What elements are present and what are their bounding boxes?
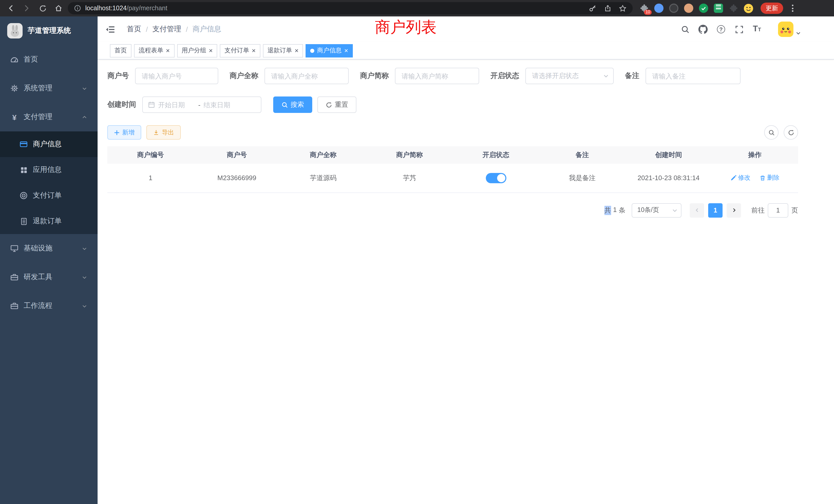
breadcrumb-home[interactable]: 首页 xyxy=(127,25,141,34)
password-key-icon[interactable] xyxy=(589,4,597,12)
tab-merchant-info[interactable]: 商户信息 × xyxy=(306,44,353,57)
tab-home[interactable]: 首页 xyxy=(110,44,131,57)
export-button[interactable]: 导出 xyxy=(146,125,181,140)
sidebar-item-pay-order[interactable]: 支付订单 xyxy=(0,183,97,208)
gear-icon xyxy=(10,84,19,92)
sidebar-item-label: 商户信息 xyxy=(33,140,62,149)
tab-label: 支付订单 xyxy=(224,46,249,55)
tab-user-group[interactable]: 用户分组 × xyxy=(177,44,217,57)
search-button[interactable]: 搜索 xyxy=(273,96,312,113)
chevron-down-icon xyxy=(795,30,801,36)
app-title: 芋道管理系统 xyxy=(28,26,71,36)
sidebar-item-workflow[interactable]: 工作流程 xyxy=(0,292,97,320)
extension-smiley-icon[interactable] xyxy=(743,3,754,14)
delete-link-label: 删除 xyxy=(767,174,780,182)
address-bar[interactable]: localhost:1024/pay/merchant xyxy=(68,2,633,14)
browser-update-button[interactable]: 更新 xyxy=(761,3,783,14)
sidebar-item-app-info[interactable]: 应用信息 xyxy=(0,157,97,183)
sidebar-item-refund-order[interactable]: 退款订单 xyxy=(0,208,97,234)
col-full-name: 商户全称 xyxy=(280,146,367,164)
page-1-button[interactable]: 1 xyxy=(708,203,723,217)
extension-dark-icon[interactable] xyxy=(668,3,679,14)
sidebar-item-dev-tools[interactable]: 研发工具 xyxy=(0,263,97,292)
url-host: localhost:1024 xyxy=(85,5,127,12)
home-icon[interactable] xyxy=(52,2,65,15)
refresh-button[interactable] xyxy=(784,125,798,140)
create-time-range[interactable]: - xyxy=(142,96,261,113)
avatar[interactable] xyxy=(778,22,793,37)
page-size-select[interactable]: 10条/页 xyxy=(632,203,681,217)
merchant-no-input[interactable] xyxy=(135,68,218,84)
sidebar-item-system[interactable]: 系统管理 xyxy=(0,74,97,102)
end-date-input[interactable] xyxy=(204,101,241,109)
sidebar-item-merchant-info[interactable]: 商户信息 xyxy=(0,131,97,157)
page-size-value: 10条/页 xyxy=(637,206,659,214)
extension-blue-icon[interactable] xyxy=(653,3,664,14)
app-logo[interactable]: 芋道管理系统 xyxy=(0,17,97,45)
extension-avatar-icon[interactable] xyxy=(683,3,694,14)
sidebar-item-infrastructure[interactable]: 基础设施 xyxy=(0,234,97,263)
reset-button[interactable]: 重置 xyxy=(317,96,356,113)
github-icon[interactable] xyxy=(698,24,708,35)
status-toggle[interactable] xyxy=(486,173,506,183)
sidebar-item-label: 工作流程 xyxy=(24,301,52,311)
status-select[interactable]: 请选择开启状态 xyxy=(525,68,614,84)
browser-menu-icon[interactable] xyxy=(788,5,797,12)
sidebar-item-label: 支付订单 xyxy=(33,191,62,200)
sidebar-item-label: 研发工具 xyxy=(24,273,52,282)
extensions-puzzle-icon[interactable]: 10 xyxy=(638,3,650,14)
start-date-input[interactable] xyxy=(158,101,195,109)
breadcrumb-separator: / xyxy=(186,25,188,33)
extension-green-doc-icon[interactable] xyxy=(713,3,724,14)
close-icon[interactable]: × xyxy=(209,47,213,54)
bookmark-star-icon[interactable] xyxy=(619,4,627,12)
site-info-icon[interactable] xyxy=(74,5,81,12)
total-prefix: 共 xyxy=(605,206,611,215)
close-icon[interactable]: × xyxy=(251,47,256,54)
search-icon[interactable] xyxy=(680,24,690,35)
sidebar-item-label: 支付管理 xyxy=(24,112,52,122)
remark-input[interactable] xyxy=(645,68,741,84)
status-label: 开启状态 xyxy=(490,71,519,81)
next-page-button[interactable] xyxy=(727,203,741,217)
prev-page-button[interactable] xyxy=(690,203,704,217)
user-menu[interactable] xyxy=(778,22,801,37)
extension-green-circle-icon[interactable] xyxy=(698,3,709,14)
pagination: 共 1 条 10条/页 1 xyxy=(107,203,798,217)
close-icon[interactable]: × xyxy=(295,47,299,54)
goto-page-input[interactable] xyxy=(768,203,788,217)
add-button[interactable]: 新增 xyxy=(107,125,141,140)
full-name-input[interactable] xyxy=(264,68,349,84)
reload-icon[interactable] xyxy=(36,2,49,15)
cell-status xyxy=(453,164,539,192)
cell-full-name: 芋道源码 xyxy=(280,164,367,192)
edit-link[interactable]: 修改 xyxy=(730,174,750,182)
close-icon[interactable]: × xyxy=(344,47,348,54)
tab-refund-order[interactable]: 退款订单 × xyxy=(263,44,303,57)
share-icon[interactable] xyxy=(604,4,612,12)
close-icon[interactable]: × xyxy=(166,47,170,54)
toggle-search-button[interactable] xyxy=(764,125,778,140)
tab-label: 商户信息 xyxy=(317,46,342,55)
forward-icon[interactable] xyxy=(20,2,34,15)
sidebar-item-payment[interactable]: ¥ 支付管理 xyxy=(0,102,97,131)
hamburger-icon[interactable] xyxy=(105,24,115,35)
chevron-up-icon xyxy=(82,114,87,120)
delete-link[interactable]: 删除 xyxy=(760,174,780,182)
font-size-icon[interactable]: TT xyxy=(752,24,762,35)
top-navbar: 首页 / 支付管理 / 商户信息 ? xyxy=(97,17,834,42)
tab-label: 退款订单 xyxy=(267,46,292,55)
sidebar-item-label: 应用信息 xyxy=(33,165,62,175)
active-dot xyxy=(310,48,314,53)
sidebar-item-home[interactable]: 首页 xyxy=(0,45,97,74)
extension-dark-puzzle-icon[interactable] xyxy=(728,3,739,14)
date-separator: - xyxy=(198,101,200,109)
back-icon[interactable] xyxy=(4,2,18,15)
short-name-input[interactable] xyxy=(395,68,479,84)
tab-process-form[interactable]: 流程表单 × xyxy=(134,44,174,57)
fullscreen-icon[interactable] xyxy=(734,24,744,35)
breadcrumb-payment[interactable]: 支付管理 xyxy=(153,25,181,34)
help-icon[interactable]: ? xyxy=(716,24,726,35)
tab-pay-order[interactable]: 支付订单 × xyxy=(220,44,260,57)
create-time-label: 创建时间 xyxy=(107,100,136,109)
